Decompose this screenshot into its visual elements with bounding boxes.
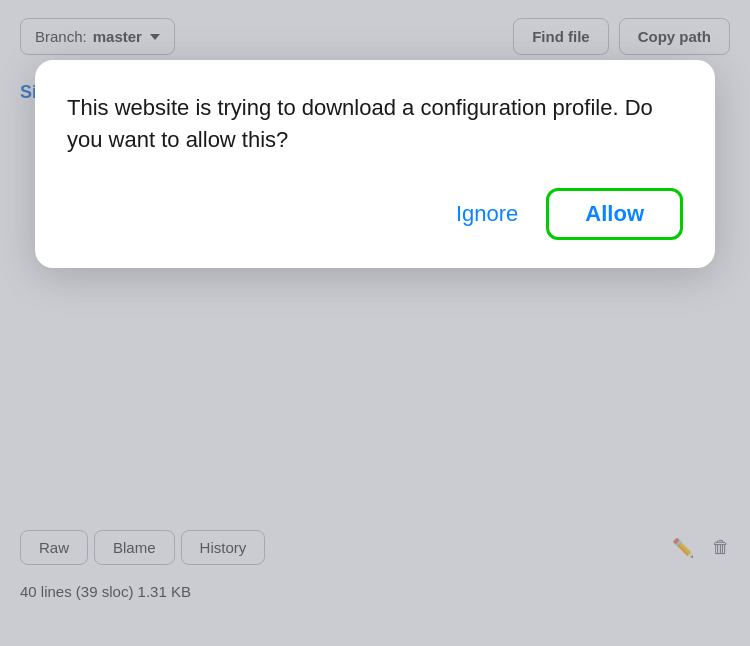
allow-button[interactable]: Allow xyxy=(546,188,683,240)
ignore-button[interactable]: Ignore xyxy=(448,197,526,231)
dialog-actions: Ignore Allow xyxy=(67,188,683,240)
modal-overlay: This website is trying to download a con… xyxy=(0,0,750,646)
page-background: Branch: master Find file Copy path Siri-… xyxy=(0,0,750,646)
dialog: This website is trying to download a con… xyxy=(35,60,715,268)
dialog-message: This website is trying to download a con… xyxy=(67,92,683,156)
